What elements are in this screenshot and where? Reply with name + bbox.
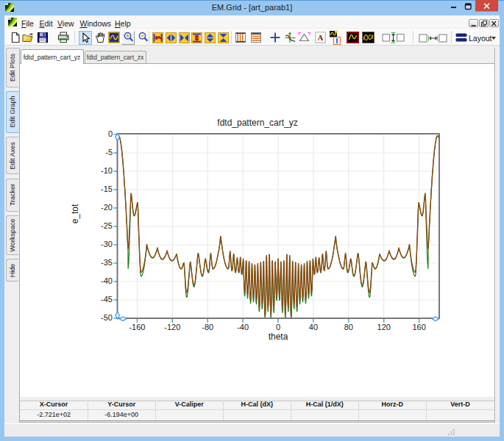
svg-text:-45: -45 — [101, 295, 113, 304]
svg-text:-50: -50 — [101, 313, 113, 322]
svg-text:-10: -10 — [101, 166, 113, 175]
svg-text:0: 0 — [108, 129, 113, 138]
svg-text:40: 40 — [309, 323, 318, 331]
svg-text:-15: -15 — [101, 184, 113, 193]
svg-text:-40: -40 — [237, 323, 249, 331]
svg-text:-40: -40 — [101, 276, 113, 285]
svg-text:fdtd_pattern_cart_yz: fdtd_pattern_cart_yz — [217, 118, 297, 128]
svg-text:80: 80 — [344, 323, 353, 331]
svg-text:-120: -120 — [164, 323, 180, 331]
svg-text:-20: -20 — [101, 203, 113, 212]
svg-text:120: 120 — [377, 323, 391, 331]
svg-text:-30: -30 — [101, 240, 113, 248]
svg-text:e_tot: e_tot — [70, 204, 80, 223]
svg-text:0: 0 — [276, 323, 280, 331]
svg-text:-35: -35 — [101, 258, 113, 267]
svg-text:-160: -160 — [129, 323, 145, 331]
svg-text:theta: theta — [269, 331, 288, 342]
svg-text:-80: -80 — [202, 323, 213, 331]
svg-text:160: 160 — [412, 323, 425, 331]
svg-text:-25: -25 — [101, 221, 113, 230]
svg-text:-5: -5 — [105, 148, 113, 157]
